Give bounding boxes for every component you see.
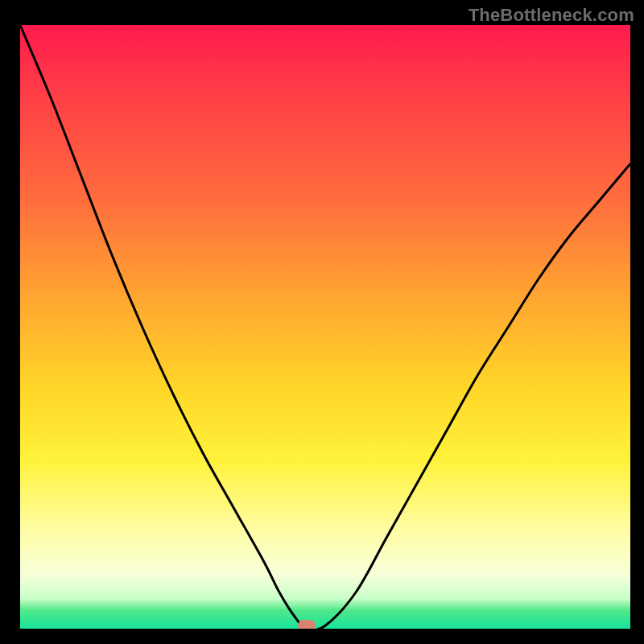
watermark-text: TheBottleneck.com xyxy=(469,5,634,26)
curve-svg xyxy=(20,25,630,629)
plot-area xyxy=(20,25,630,629)
valley-marker xyxy=(298,620,316,629)
chart-frame: TheBottleneck.com xyxy=(0,0,644,644)
bottleneck-curve xyxy=(20,25,630,629)
